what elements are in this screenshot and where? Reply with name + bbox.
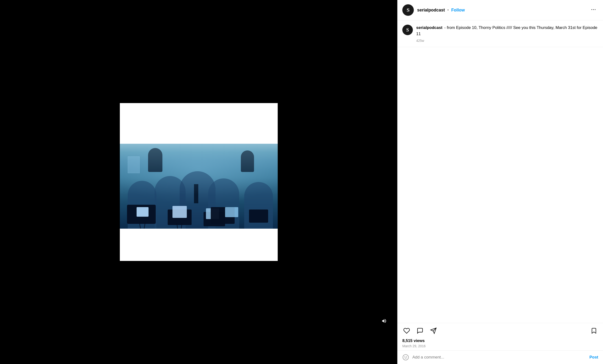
caption-time: 425w	[416, 39, 598, 43]
emoji-icon	[402, 354, 409, 361]
post-date: March 29, 2016	[402, 344, 598, 348]
follow-button[interactable]: Follow	[451, 8, 465, 13]
video-bottom-white	[120, 229, 278, 261]
share-button[interactable]	[429, 327, 438, 335]
right-panel: S serialpodcast • Follow S serialpodcast…	[397, 0, 603, 364]
more-options-button[interactable]	[589, 7, 598, 14]
post-comment-button[interactable]: Post	[589, 355, 598, 360]
avatar: S	[402, 4, 414, 16]
svg-point-1	[593, 9, 594, 10]
mute-button[interactable]	[378, 315, 390, 327]
heart-icon	[403, 327, 410, 334]
video-top-white	[120, 103, 278, 144]
avatar-letter: S	[407, 7, 409, 13]
post-header: S serialpodcast • Follow	[397, 0, 603, 20]
comment-area: Post	[397, 350, 603, 364]
username-area: serialpodcast • Follow	[417, 8, 589, 13]
caption-text-area: serialpodcast- from Episode 10, Thorny P…	[416, 25, 598, 43]
views-count: 8,515 views	[402, 338, 598, 343]
caption-username[interactable]: serialpodcast	[416, 25, 442, 30]
mute-icon	[382, 318, 387, 324]
caption-area: S serialpodcast- from Episode 10, Thorny…	[397, 20, 603, 47]
caption-avatar: S	[402, 25, 413, 35]
svg-point-5	[403, 354, 408, 360]
svg-point-0	[591, 9, 592, 10]
video-image	[120, 144, 278, 229]
video-frame	[120, 103, 278, 261]
action-buttons	[397, 323, 603, 338]
comment-icon	[417, 327, 423, 334]
comment-input[interactable]	[412, 355, 586, 360]
bookmark-icon	[591, 327, 597, 334]
caption-avatar-letter: S	[406, 27, 409, 33]
header-username[interactable]: serialpodcast	[417, 8, 445, 13]
dot-separator: •	[447, 8, 449, 13]
share-icon	[430, 327, 437, 334]
svg-point-2	[595, 9, 596, 10]
bookmark-button[interactable]	[590, 327, 598, 335]
media-area	[0, 0, 397, 364]
views-area: 8,515 views March 29, 2016	[397, 338, 603, 350]
like-button[interactable]	[402, 327, 411, 335]
comment-button[interactable]	[416, 327, 424, 335]
spacer	[397, 47, 603, 323]
caption-text: - from Episode 10, Thorny Politics /////…	[416, 25, 597, 36]
emoji-button[interactable]	[402, 354, 409, 361]
actions-area: 8,515 views March 29, 2016	[397, 323, 603, 350]
cameras-layer	[120, 169, 278, 229]
more-icon	[591, 7, 596, 12]
